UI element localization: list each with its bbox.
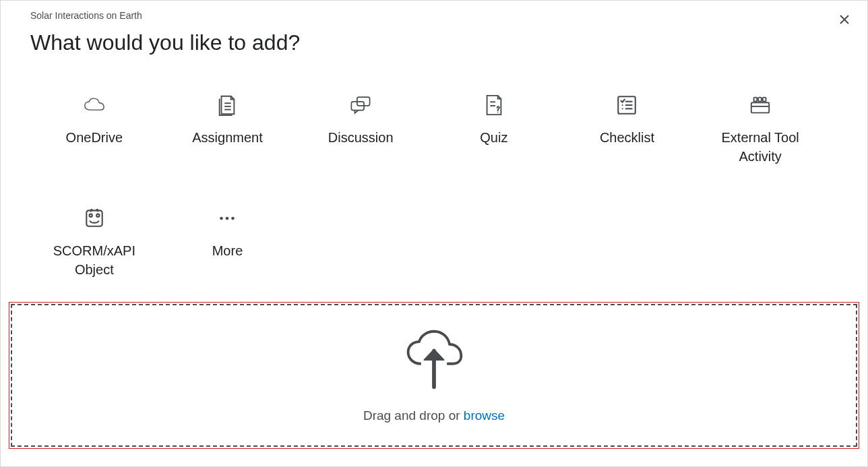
close-icon bbox=[839, 14, 850, 28]
checklist-icon bbox=[615, 92, 638, 119]
svg-point-20 bbox=[89, 214, 92, 217]
tile-label: More bbox=[212, 241, 243, 260]
tile-checklist[interactable]: Checklist bbox=[567, 89, 687, 168]
external-tool-icon bbox=[749, 92, 772, 119]
tile-label: Assignment bbox=[192, 128, 263, 147]
scorm-icon bbox=[83, 205, 106, 232]
svg-rect-14 bbox=[751, 102, 769, 113]
assignment-icon bbox=[216, 92, 239, 119]
tile-label: OneDrive bbox=[66, 128, 123, 147]
dialog-title: What would you like to add? bbox=[30, 30, 854, 55]
quiz-icon bbox=[483, 92, 505, 119]
module-name: Solar Interactions on Earth bbox=[30, 10, 854, 21]
svg-rect-18 bbox=[763, 98, 766, 102]
tile-scorm[interactable]: SCORM/xAPI Object bbox=[34, 202, 154, 282]
svg-point-22 bbox=[220, 217, 224, 220]
dropzone-text-prefix: Drag and drop or bbox=[363, 408, 464, 423]
svg-rect-17 bbox=[758, 98, 762, 102]
tile-label: Quiz bbox=[480, 128, 507, 147]
upload-cloud-icon bbox=[402, 328, 466, 395]
browse-link[interactable]: browse bbox=[464, 408, 505, 423]
svg-point-23 bbox=[226, 217, 229, 220]
tile-label: SCORM/xAPI Object bbox=[37, 241, 152, 279]
svg-point-7 bbox=[497, 113, 499, 114]
svg-rect-19 bbox=[86, 210, 102, 226]
tile-onedrive[interactable]: OneDrive bbox=[34, 89, 154, 168]
tile-label: Discussion bbox=[328, 128, 394, 147]
svg-point-13 bbox=[622, 108, 623, 109]
tile-quiz[interactable]: Quiz bbox=[434, 89, 554, 168]
dialog-header: Solar Interactions on Earth What would y… bbox=[1, 1, 867, 55]
tile-label: External Tool Activity bbox=[703, 128, 817, 166]
cloud-icon bbox=[83, 92, 106, 119]
tile-discussion[interactable]: Discussion bbox=[301, 89, 421, 168]
more-icon bbox=[216, 205, 239, 232]
tile-more[interactable]: More bbox=[168, 202, 288, 282]
dropzone-text: Drag and drop or browse bbox=[363, 408, 505, 423]
tile-assignment[interactable]: Assignment bbox=[168, 89, 288, 168]
dropzone-container: Drag and drop or browse bbox=[1, 302, 867, 457]
file-dropzone[interactable]: Drag and drop or browse bbox=[11, 304, 857, 447]
activity-type-grid: OneDrive Assignment Discussion bbox=[1, 55, 867, 302]
close-button[interactable] bbox=[838, 14, 851, 28]
dropzone-highlight: Drag and drop or browse bbox=[9, 302, 859, 449]
tile-label: Checklist bbox=[600, 128, 654, 147]
tile-external-tool[interactable]: External Tool Activity bbox=[700, 89, 820, 168]
discussion-icon bbox=[349, 92, 372, 119]
svg-point-12 bbox=[622, 104, 623, 106]
svg-point-21 bbox=[96, 214, 99, 217]
svg-point-24 bbox=[232, 217, 235, 220]
svg-rect-16 bbox=[754, 98, 757, 102]
